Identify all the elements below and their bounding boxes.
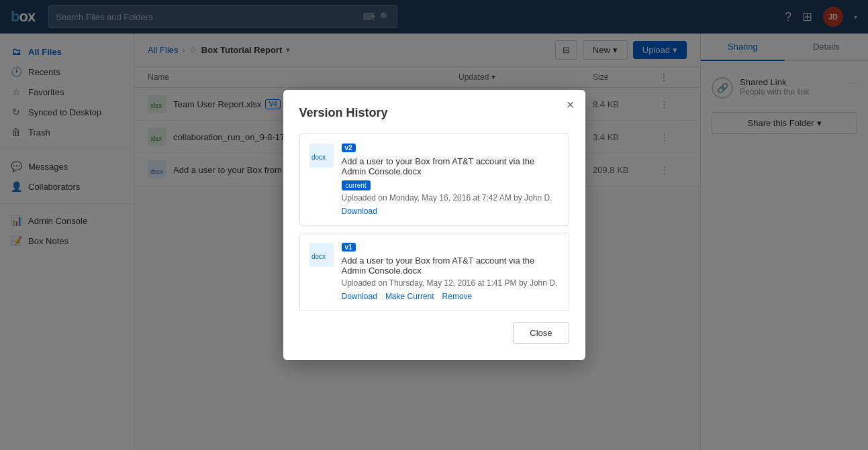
version-item-1: docx v1 Add a user to your Box from AT&T…	[299, 233, 569, 311]
version-filename-1: v1 Add a user to your Box from AT&T acco…	[342, 243, 559, 276]
modal-footer: Close	[299, 322, 569, 344]
v2-badge: v2	[342, 144, 356, 152]
svg-text:docx: docx	[311, 253, 326, 260]
make-current-link-v1[interactable]: Make Current	[385, 292, 434, 301]
version-filename-2: v2 Add a user to your Box from AT&T acco…	[342, 144, 559, 190]
version-actions-2: Download	[342, 207, 559, 216]
download-link-v2[interactable]: Download	[342, 207, 377, 216]
version-details-2: v2 Add a user to your Box from AT&T acco…	[342, 144, 559, 216]
v1-badge: v1	[342, 243, 356, 251]
version-details-1: v1 Add a user to your Box from AT&T acco…	[342, 243, 559, 301]
modal-close-button[interactable]: ×	[567, 98, 575, 111]
modal-title: Version History	[299, 106, 569, 120]
svg-text:docx: docx	[311, 154, 326, 161]
version-file-icon-1: docx	[309, 243, 334, 267]
current-badge: current	[342, 180, 371, 190]
version-actions-1: Download Make Current Remove	[342, 292, 559, 301]
version-file-icon-2: docx	[309, 144, 334, 168]
version-item-2: docx v2 Add a user to your Box from AT&T…	[299, 133, 569, 226]
version-meta-1: Uploaded on Thursday, May 12, 2016 at 1:…	[342, 278, 559, 288]
remove-link-v1[interactable]: Remove	[442, 292, 473, 301]
version-history-modal: Version History × docx v2 Add a user to …	[283, 90, 585, 360]
close-modal-button[interactable]: Close	[513, 322, 569, 344]
modal-overlay[interactable]: Version History × docx v2 Add a user to …	[0, 0, 868, 450]
download-link-v1[interactable]: Download	[342, 292, 377, 301]
version-meta-2: Uploaded on Monday, May 16, 2016 at 7:42…	[342, 193, 559, 203]
